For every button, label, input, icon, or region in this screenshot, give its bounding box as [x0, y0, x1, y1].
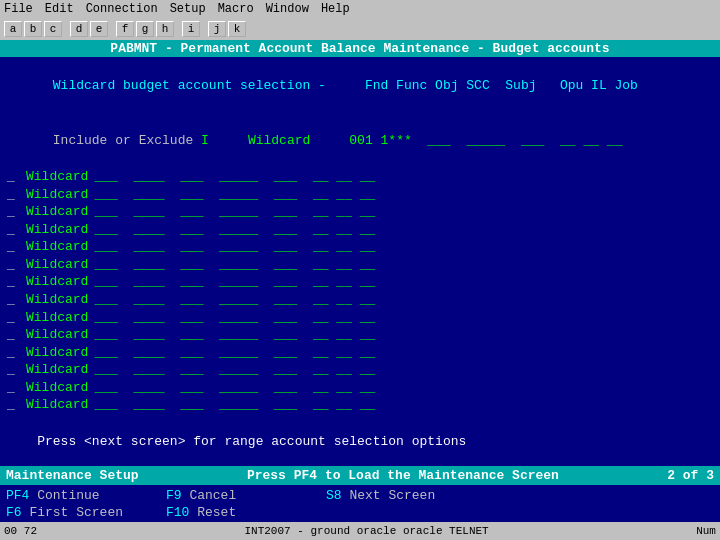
row14-job[interactable]: __ [360, 396, 376, 414]
row7-job[interactable]: __ [360, 273, 376, 291]
row5-subj[interactable]: ___ [274, 238, 297, 256]
row3-subj[interactable]: ___ [274, 203, 297, 221]
wildcard-field-4[interactable]: Wildcard [26, 221, 88, 239]
row11-job[interactable]: __ [360, 344, 376, 362]
row13-subj[interactable]: ___ [274, 379, 297, 397]
row0-job[interactable]: __ [607, 133, 623, 148]
row9-obj[interactable]: ___ [180, 309, 203, 327]
row8-obj[interactable]: ___ [180, 291, 203, 309]
row1-func[interactable]: ____ [133, 168, 164, 186]
row7-obj[interactable]: ___ [180, 273, 203, 291]
row10-subj[interactable]: ___ [274, 326, 297, 344]
row12-il[interactable]: __ [336, 361, 352, 379]
row12-func[interactable]: ____ [133, 361, 164, 379]
row10-il[interactable]: __ [336, 326, 352, 344]
row5-func[interactable]: ____ [133, 238, 164, 256]
row11-subj[interactable]: ___ [274, 344, 297, 362]
row11-scc[interactable]: _____ [219, 344, 258, 362]
row13-opu[interactable]: __ [313, 379, 329, 397]
wildcard-field-11[interactable]: Wildcard [26, 344, 88, 362]
row8-opu[interactable]: __ [313, 291, 329, 309]
menu-connection[interactable]: Connection [86, 2, 158, 16]
toolbar-btn-3[interactable]: c [44, 21, 62, 37]
row14-func[interactable]: ____ [133, 396, 164, 414]
row2-scc[interactable]: _____ [219, 186, 258, 204]
row9-scc[interactable]: _____ [219, 309, 258, 327]
row3-fnd[interactable]: ___ [94, 203, 117, 221]
row12-opu[interactable]: __ [313, 361, 329, 379]
row14-subj[interactable]: ___ [274, 396, 297, 414]
row0-il[interactable]: __ [583, 133, 599, 148]
row11-il[interactable]: __ [336, 344, 352, 362]
toolbar-btn-11[interactable]: k [228, 21, 246, 37]
row2-subj[interactable]: ___ [274, 186, 297, 204]
row2-il[interactable]: __ [336, 186, 352, 204]
toolbar-btn-8[interactable]: h [156, 21, 174, 37]
row6-il[interactable]: __ [336, 256, 352, 274]
toolbar-btn-1[interactable]: a [4, 21, 22, 37]
toolbar-btn-2[interactable]: b [24, 21, 42, 37]
row3-scc[interactable]: _____ [219, 203, 258, 221]
row14-fnd[interactable]: ___ [94, 396, 117, 414]
wildcard-field-1[interactable]: Wildcard [26, 168, 88, 186]
menu-help[interactable]: Help [321, 2, 350, 16]
row6-subj[interactable]: ___ [274, 256, 297, 274]
row6-obj[interactable]: ___ [180, 256, 203, 274]
row11-opu[interactable]: __ [313, 344, 329, 362]
wildcard-field-0[interactable]: Wildcard [248, 133, 310, 148]
row5-job[interactable]: __ [360, 238, 376, 256]
row5-scc[interactable]: _____ [219, 238, 258, 256]
row11-fnd[interactable]: ___ [94, 344, 117, 362]
row2-opu[interactable]: __ [313, 186, 329, 204]
row10-obj[interactable]: ___ [180, 326, 203, 344]
row4-obj[interactable]: ___ [180, 221, 203, 239]
wildcard-field-8[interactable]: Wildcard [26, 291, 88, 309]
row8-fnd[interactable]: ___ [94, 291, 117, 309]
row7-func[interactable]: ____ [133, 273, 164, 291]
row9-func[interactable]: ____ [133, 309, 164, 327]
toolbar-btn-6[interactable]: f [116, 21, 134, 37]
row13-func[interactable]: ____ [133, 379, 164, 397]
row11-func[interactable]: ____ [133, 344, 164, 362]
row9-fnd[interactable]: ___ [94, 309, 117, 327]
wildcard-field-5[interactable]: Wildcard [26, 238, 88, 256]
include-field[interactable]: I [201, 133, 209, 148]
row10-func[interactable]: ____ [133, 326, 164, 344]
row1-subj[interactable]: ___ [274, 168, 297, 186]
row12-job[interactable]: __ [360, 361, 376, 379]
row7-subj[interactable]: ___ [274, 273, 297, 291]
row6-func[interactable]: ____ [133, 256, 164, 274]
wildcard-field-9[interactable]: Wildcard [26, 309, 88, 327]
row14-obj[interactable]: ___ [180, 396, 203, 414]
row5-il[interactable]: __ [336, 238, 352, 256]
row9-subj[interactable]: ___ [274, 309, 297, 327]
row9-il[interactable]: __ [336, 309, 352, 327]
row13-obj[interactable]: ___ [180, 379, 203, 397]
toolbar-btn-10[interactable]: j [208, 21, 226, 37]
row10-scc[interactable]: _____ [219, 326, 258, 344]
toolbar-btn-5[interactable]: e [90, 21, 108, 37]
row10-job[interactable]: __ [360, 326, 376, 344]
row0-scc[interactable]: _____ [466, 133, 505, 148]
row9-job[interactable]: __ [360, 309, 376, 327]
row8-scc[interactable]: _____ [219, 291, 258, 309]
row2-fnd[interactable]: ___ [94, 186, 117, 204]
row1-opu[interactable]: __ [313, 168, 329, 186]
row13-il[interactable]: __ [336, 379, 352, 397]
row6-scc[interactable]: _____ [219, 256, 258, 274]
menu-window[interactable]: Window [266, 2, 309, 16]
row10-opu[interactable]: __ [313, 326, 329, 344]
row8-func[interactable]: ____ [133, 291, 164, 309]
row10-fnd[interactable]: ___ [94, 326, 117, 344]
row1-fnd[interactable]: ___ [94, 168, 117, 186]
row11-obj[interactable]: ___ [180, 344, 203, 362]
row14-il[interactable]: __ [336, 396, 352, 414]
row13-job[interactable]: __ [360, 379, 376, 397]
wildcard-field-6[interactable]: Wildcard [26, 256, 88, 274]
row1-job[interactable]: __ [360, 168, 376, 186]
row5-opu[interactable]: __ [313, 238, 329, 256]
row6-opu[interactable]: __ [313, 256, 329, 274]
wildcard-field-7[interactable]: Wildcard [26, 273, 88, 291]
row0-func[interactable]: 1*** [381, 133, 412, 148]
row3-obj[interactable]: ___ [180, 203, 203, 221]
